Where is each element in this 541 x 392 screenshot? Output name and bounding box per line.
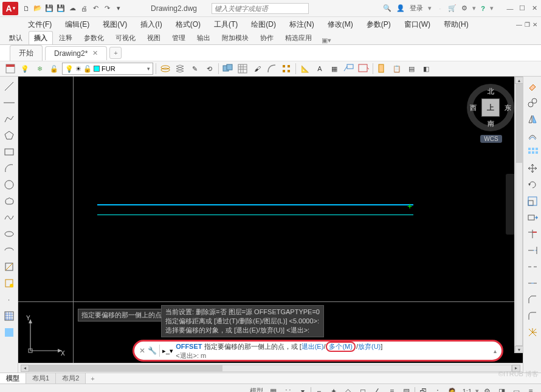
ribbon-tab-output[interactable]: 输出 (191, 31, 216, 44)
snap-toggle-icon[interactable]: ⸬ (281, 386, 295, 393)
dc-icon[interactable]: ◧ (419, 62, 433, 75)
circle-tool-icon[interactable] (2, 177, 16, 192)
arc-tool-icon[interactable] (2, 161, 16, 176)
menu-modify[interactable]: 修改(M) (322, 18, 359, 31)
layer-match-icon[interactable]: ✎ (188, 62, 201, 75)
menu-param[interactable]: 参数(P) (360, 18, 397, 31)
point-tool-icon[interactable]: · (2, 292, 16, 307)
anno-auto-icon[interactable]: 🙍 (446, 386, 459, 393)
window-minimize-icon[interactable]: — (506, 4, 514, 13)
props-icon[interactable]: ▤ (405, 62, 418, 75)
layout-tab-2[interactable]: 布局2 (56, 373, 86, 383)
mirror-tool-icon[interactable] (525, 112, 540, 126)
ellipse-arc-icon[interactable] (2, 243, 16, 258)
menu-view[interactable]: 视图(V) (97, 18, 133, 31)
ribbon-tab-manage[interactable]: 管理 (167, 31, 191, 44)
plot-icon[interactable]: 🖨 (78, 3, 89, 14)
fillet-tool-icon[interactable] (525, 309, 540, 323)
doc-restore-icon[interactable]: ❐ (525, 21, 530, 28)
scrollbar-vertical[interactable]: ▴ ▾ (514, 77, 523, 353)
layer-states-icon[interactable] (159, 62, 172, 75)
cloud-icon[interactable] (357, 62, 370, 75)
open-file-icon[interactable]: 📂 (32, 3, 43, 14)
xline-tool-icon[interactable] (2, 95, 16, 110)
trim-tool-icon[interactable] (525, 227, 540, 241)
iso-toggle-icon[interactable]: ◇ (342, 386, 355, 393)
command-input[interactable]: OFFSET 指定要偏移的那一侧上的点，或 [退出(E)/多个(M)/放弃(U)… (176, 342, 491, 360)
ortho-toggle-icon[interactable]: ⌐ (312, 386, 326, 393)
infer-toggle-icon[interactable]: ▾ (296, 386, 309, 393)
cleanscreen-icon[interactable]: ▭ (509, 386, 523, 393)
qat-dropdown-icon[interactable]: ▾ (113, 3, 124, 14)
ribbon-tab-parametric[interactable]: 参数化 (78, 31, 109, 44)
wcs-badge[interactable]: WCS (480, 135, 501, 143)
ribbon-tab-view[interactable]: 视图 (142, 31, 166, 44)
doc-minimize-icon[interactable]: — (516, 21, 522, 28)
offset-tool-icon[interactable] (525, 128, 540, 143)
ribbon-tab-default[interactable]: 默认 (4, 31, 28, 44)
block-icon[interactable] (221, 62, 235, 75)
chamfer-tool-icon[interactable] (525, 292, 540, 307)
move-tool-icon[interactable] (525, 161, 540, 176)
user-icon[interactable]: 👤 (396, 4, 405, 12)
file-tab-close-icon[interactable]: ✕ (92, 49, 98, 57)
window-maximize-icon[interactable]: ☐ (518, 4, 526, 13)
ribbon-tab-annotate[interactable]: 注释 (53, 31, 78, 44)
line-tool-icon[interactable] (2, 79, 16, 94)
new-file-icon[interactable]: 🗋 (21, 3, 32, 14)
command-line[interactable]: ✕ 🔧 ▸_▾ OFFSET 指定要偏移的那一侧上的点，或 [退出(E)/多个(… (133, 340, 503, 362)
app-logo[interactable]: A (2, 2, 18, 15)
menu-insert[interactable]: 插入(I) (134, 18, 168, 31)
table-icon[interactable]: ▦ (328, 62, 341, 75)
menu-format[interactable]: 格式(O) (170, 18, 207, 31)
text-icon[interactable]: A (313, 62, 326, 75)
arc-tool-icon[interactable] (265, 62, 278, 75)
doc-close-icon[interactable]: ✕ (532, 21, 537, 28)
viewcube[interactable]: 北 南 东 西 上 WCS (467, 84, 515, 145)
break-tool-icon[interactable] (525, 260, 540, 274)
extend-tool-icon[interactable] (525, 243, 540, 258)
hatch-icon[interactable] (236, 62, 249, 75)
leader-icon[interactable] (342, 62, 356, 75)
hatch-tool-icon[interactable] (2, 309, 16, 323)
rotate-tool-icon[interactable] (525, 177, 540, 192)
scale-tool-icon[interactable] (525, 194, 540, 208)
monitor-icon[interactable]: ◨ (495, 386, 508, 393)
layer-prev-icon[interactable]: ⟲ (202, 62, 216, 75)
menu-dim[interactable]: 标注(N) (283, 18, 320, 31)
ws-switch-icon[interactable]: ⚙ (480, 386, 494, 393)
infocenter-icon[interactable]: 🔍 (383, 4, 391, 12)
file-tab-start[interactable]: 开始 (10, 45, 43, 61)
ribbon-tab-collab[interactable]: 协作 (255, 31, 279, 44)
spline-tool-icon[interactable] (2, 210, 16, 225)
join-tool-icon[interactable] (525, 276, 540, 291)
window-close-icon[interactable]: ✕ (530, 4, 539, 13)
anno-scale[interactable]: 1:1 (460, 388, 474, 393)
revcloud-tool-icon[interactable] (2, 194, 16, 208)
stretch-tool-icon[interactable] (525, 210, 540, 225)
pline-tool-icon[interactable] (2, 112, 16, 126)
save-icon[interactable]: 💾 (44, 3, 55, 14)
cloud-icon[interactable]: ☁ (67, 3, 78, 14)
match-prop-icon[interactable]: 🖌 (250, 62, 264, 75)
polar-toggle-icon[interactable]: ✦ (327, 386, 340, 393)
make-block-icon[interactable] (2, 276, 16, 291)
drawing-canvas[interactable]: + 北 南 东 西 上 WCS 指定要偏移的那一侧上的点，或 61046.906… (18, 77, 523, 363)
cycle-icon[interactable]: 🗗 (416, 386, 430, 393)
file-tab-drawing[interactable]: Drawing2* ✕ (45, 46, 107, 60)
saveas-icon[interactable]: 💾 (55, 3, 66, 14)
explode-tool-icon[interactable] (525, 325, 540, 340)
grid-toggle-icon[interactable]: ▦ (267, 386, 280, 393)
layer-iso-icon[interactable] (173, 62, 187, 75)
ribbon-tab-insert[interactable]: 插入 (29, 31, 53, 44)
menu-window[interactable]: 窗口(W) (398, 18, 436, 31)
layout-tab-model[interactable]: 模型 (0, 373, 26, 383)
scrollbar-horizontal[interactable]: ◂ ▸ (18, 363, 523, 373)
ellipse-tool-icon[interactable] (2, 227, 16, 241)
dim-icon[interactable]: 📐 (298, 62, 312, 75)
layer-props-icon[interactable] (4, 62, 17, 75)
otrack-toggle-icon[interactable]: ∠ (371, 386, 384, 393)
sheet-icon[interactable]: 📋 (390, 62, 404, 75)
trans-toggle-icon[interactable]: ▧ (400, 386, 413, 393)
menu-edit[interactable]: 编辑(E) (59, 18, 95, 31)
